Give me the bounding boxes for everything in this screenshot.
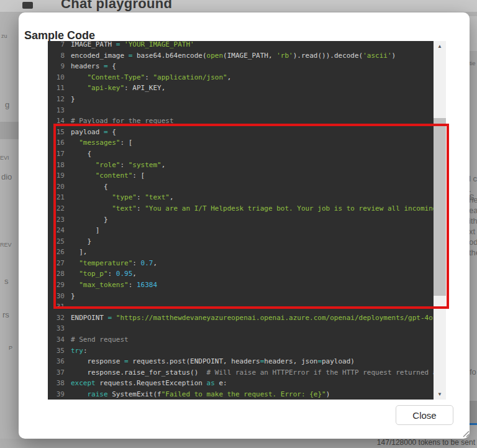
code-line: 29 "max_tokens": 16384	[48, 280, 434, 291]
background-fragment: ith	[469, 217, 477, 225]
code-line: 30}	[48, 291, 434, 302]
scroll-down-icon[interactable]: ▼	[434, 389, 446, 400]
background-page-title: Chat playground	[61, 0, 235, 12]
background-panel-fragment	[469, 16, 477, 51]
screen: Chat playground zu g EVI dio REV s rs P …	[0, 0, 477, 448]
hamburger-menu-icon	[22, 2, 33, 9]
code-line: 21 "type": "text",	[48, 192, 434, 203]
code-line: 27 "temperature": 0.7,	[48, 258, 434, 269]
code-line: 14# Payload for the request	[48, 116, 434, 127]
background-fragment: s	[4, 277, 9, 285]
background-fragment: tie	[470, 60, 476, 68]
code-scrollbar[interactable]: ▲ ▼	[434, 41, 446, 400]
background-fragment: g	[5, 101, 9, 109]
background-fragment: xt	[469, 227, 475, 235]
background-page-title-clip: Chat playground	[61, 0, 235, 12]
background-fragment: P	[9, 344, 12, 352]
background-selected-item	[0, 122, 19, 139]
code-line: 28 "top_p": 0.95,	[48, 268, 434, 280]
background-input-fragment	[469, 401, 477, 424]
code-line: 18 "role": "system",	[48, 160, 434, 171]
code-line: 16 "messages": [	[48, 137, 434, 149]
token-count-status: 147/128000 tokens to be sent	[377, 438, 475, 447]
code-line: 9headers = {	[48, 61, 434, 72]
sample-code-dialog: Sample Code 7IMAGE_PATH = 'YOUR_IMAGE_PA…	[19, 12, 470, 439]
background-fragment: fo	[470, 368, 476, 376]
scrollbar-thumb[interactable]	[434, 118, 446, 296]
code-lines: 7IMAGE_PATH = 'YOUR_IMAGE_PATH'8encoded_…	[48, 41, 434, 400]
background-fragment: he	[469, 196, 477, 204]
code-line: 36 response = requests.post(ENDPOINT, he…	[48, 356, 434, 367]
code-line: 23 }	[48, 214, 434, 226]
code-line: 33	[48, 323, 434, 334]
code-line: 10 "Content-Type": "application/json",	[48, 72, 434, 83]
code-line: 34# Send request	[48, 334, 434, 345]
dialog-title: Sample Code	[24, 29, 95, 42]
code-line: 20 {	[48, 181, 434, 193]
code-line: 8encoded_image = base64.b64encode(open(I…	[48, 50, 434, 62]
code-line: 7IMAGE_PATH = 'YOUR_IMAGE_PATH'	[48, 41, 434, 50]
code-line: 11 "api-key": API_KEY,	[48, 83, 434, 94]
code-line: 32ENDPOINT = "https://matthewdevaneyazur…	[48, 313, 434, 324]
code-line: 25 }	[48, 236, 434, 247]
code-line: 24 ]	[48, 225, 434, 236]
code-line: 19 "content": [	[48, 170, 434, 181]
background-fragment: rs	[2, 311, 9, 319]
code-line: 37 response.raise_for_status() # Will ra…	[48, 367, 434, 378]
background-fragment: od	[469, 238, 477, 246]
scroll-up-icon[interactable]: ▲	[434, 41, 446, 52]
background-fragment: REV	[0, 241, 12, 249]
code-line: 17 {	[48, 149, 434, 160]
code-line: 15payload = {	[48, 127, 434, 138]
code-line: 26 ],	[48, 247, 434, 258]
background-fragment: EVI	[0, 154, 9, 162]
code-line: 13	[48, 105, 434, 116]
code-line: 39 raise SystemExit(f"Failed to make the…	[48, 389, 434, 400]
background-fragment: zu	[1, 32, 7, 40]
code-line: 12}	[48, 94, 434, 105]
code-viewer: 7IMAGE_PATH = 'YOUR_IMAGE_PATH'8encoded_…	[48, 41, 446, 400]
background-topbar: Chat playground	[0, 0, 477, 12]
code-line: 22 "text": "You are an I/T Helpdesk tria…	[48, 203, 434, 214]
close-button[interactable]: Close	[396, 405, 453, 425]
code-line: 35try:	[48, 345, 434, 357]
background-fragment: dio	[1, 173, 12, 181]
resize-handle-icon[interactable]	[460, 427, 470, 437]
code-line: 38except requests.RequestException as e:	[48, 378, 434, 389]
background-fragment: the	[469, 249, 477, 257]
background-fragment: ea	[469, 206, 477, 214]
code-line: 31	[48, 301, 434, 313]
background-fragment: l c	[469, 175, 477, 183]
